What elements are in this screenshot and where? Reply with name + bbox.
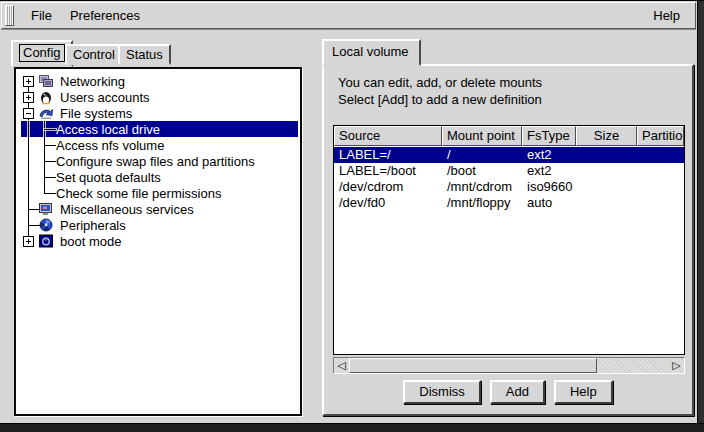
users-accounts-icon	[37, 89, 54, 105]
mounts-table: SourceMount pointFsTypeSizePartitionLABE…	[333, 125, 685, 355]
tree-branch	[37, 137, 53, 153]
table-cell: auto	[522, 195, 576, 211]
column-header-source[interactable]: Source	[334, 126, 442, 146]
tree-item[interactable]: Set quota defaults	[21, 169, 298, 185]
tree-guide	[21, 201, 37, 217]
table-cell: /mnt/floppy	[442, 195, 522, 211]
window-shadow-right	[697, 1, 704, 432]
tree-item[interactable]: Peripherals	[21, 217, 298, 233]
column-header-mount-point[interactable]: Mount point	[442, 126, 522, 146]
dismiss-button[interactable]: Dismiss	[403, 380, 481, 404]
table-row[interactable]: LABEL=//ext2	[334, 146, 684, 163]
table-header-row: SourceMount pointFsTypeSizePartition	[334, 126, 684, 146]
scrollbar-thumb[interactable]	[349, 358, 597, 373]
info-line-1: You can edit, add, or delete mounts	[338, 74, 542, 91]
tree-item-label: Access local drive	[53, 122, 160, 137]
boot-mode-icon	[37, 233, 54, 249]
panel-info-text: You can edit, add, or delete mounts Sele…	[338, 74, 542, 108]
info-line-2: Select [Add] to add a new definition	[338, 91, 542, 108]
menu-file[interactable]: File	[22, 4, 61, 28]
menu-bar: File Preferences Help	[1, 2, 696, 29]
table-cell: /boot	[442, 163, 522, 179]
config-tree-panel: NetworkingUsers accountsFile systemsAcce…	[14, 67, 302, 416]
tree-guide	[21, 89, 37, 105]
tree-guide	[21, 105, 37, 121]
column-header-partition[interactable]: Partition	[637, 126, 684, 146]
table-cell: LABEL=/	[334, 147, 442, 163]
menu-preferences[interactable]: Preferences	[61, 4, 149, 28]
tree-item[interactable]: File systems	[21, 105, 298, 121]
config-tree: NetworkingUsers accountsFile systemsAcce…	[16, 69, 300, 249]
tree-item-label: Set quota defaults	[53, 170, 161, 185]
tree-item-label: Networking	[57, 74, 125, 89]
tree-item[interactable]: Check some file permissions	[21, 185, 298, 201]
table-row[interactable]: /dev/cdrom/mnt/cdromiso9660	[334, 179, 684, 195]
tree-item-label: Users accounts	[57, 90, 150, 105]
tab-status[interactable]: Status	[118, 44, 171, 65]
table-row[interactable]: /dev/fd0/mnt/floppyauto	[334, 195, 684, 211]
table-cell: ext2	[522, 163, 576, 179]
table-cell	[576, 179, 637, 195]
table-cell	[637, 163, 684, 179]
horizontal-scrollbar[interactable]: ◁ ▷	[333, 357, 685, 374]
tree-guide	[21, 217, 37, 233]
add-button[interactable]: Add	[490, 380, 545, 404]
file-systems-icon	[37, 105, 54, 121]
table-cell	[576, 147, 637, 163]
tree-item-label: File systems	[57, 106, 132, 121]
window-shadow-bottom	[0, 423, 704, 432]
tab-local-volume[interactable]: Local volume	[322, 39, 421, 66]
tree-item-label: Access nfs volume	[53, 138, 164, 153]
tree-item[interactable]: Networking	[21, 73, 298, 89]
tree-branch	[37, 169, 53, 185]
table-cell: iso9660	[522, 179, 576, 195]
tree-item[interactable]: Configure swap files and partitions	[21, 153, 298, 169]
table-cell	[637, 147, 684, 163]
menu-grip-icon[interactable]	[5, 5, 14, 26]
table-cell	[576, 195, 637, 211]
table-cell	[576, 163, 637, 179]
scroll-right-icon[interactable]: ▷	[669, 358, 684, 373]
scroll-left-icon[interactable]: ◁	[334, 358, 349, 373]
tree-branch	[37, 185, 53, 201]
help-button[interactable]: Help	[554, 380, 613, 404]
tree-item-label: Peripherals	[57, 218, 126, 233]
column-header-size[interactable]: Size	[576, 126, 637, 146]
tree-guide	[21, 153, 37, 169]
table-cell: ext2	[522, 147, 576, 163]
tree-guide	[21, 73, 37, 89]
table-cell: LABEL=/boot	[334, 163, 442, 179]
tree-item[interactable]: Access nfs volume	[21, 137, 298, 153]
collapse-minus-icon[interactable]	[23, 108, 34, 119]
table-row[interactable]: LABEL=/boot/bootext2	[334, 163, 684, 179]
tree-item[interactable]: boot mode	[21, 233, 298, 249]
local-volume-panel: You can edit, add, or delete mounts Sele…	[322, 64, 694, 416]
tree-item[interactable]: Miscellaneous services	[21, 201, 298, 217]
tree-guide	[21, 185, 37, 201]
column-header-fstype[interactable]: FsType	[522, 126, 576, 146]
tab-config[interactable]: Config	[11, 40, 73, 67]
tree-branch	[37, 153, 53, 169]
table-cell: /	[442, 147, 522, 163]
expand-plus-icon[interactable]	[23, 92, 34, 103]
table-cell	[637, 179, 684, 195]
tree-item-label: Configure swap files and partitions	[53, 154, 255, 169]
tree-item-label: boot mode	[57, 234, 121, 249]
expand-plus-icon[interactable]	[23, 236, 34, 247]
tab-control[interactable]: Control	[65, 44, 123, 65]
table-cell	[637, 195, 684, 211]
expand-plus-icon[interactable]	[23, 76, 34, 87]
tree-guide	[21, 137, 37, 153]
table-cell: /dev/cdrom	[334, 179, 442, 195]
tree-item[interactable]: Access local drive	[21, 121, 298, 137]
table-cell: /mnt/cdrom	[442, 179, 522, 195]
tree-guide	[21, 121, 37, 137]
scrollbar-trough[interactable]	[597, 358, 669, 373]
menu-help[interactable]: Help	[644, 4, 689, 28]
tree-item[interactable]: Users accounts	[21, 89, 298, 105]
linuxconf-window: File Preferences Help Config Control Sta…	[0, 0, 704, 432]
button-row: Dismiss Add Help	[324, 380, 692, 404]
tree-item-label: Miscellaneous services	[57, 202, 194, 217]
networking-icon	[37, 73, 54, 89]
tree-item-label: Check some file permissions	[53, 186, 221, 201]
